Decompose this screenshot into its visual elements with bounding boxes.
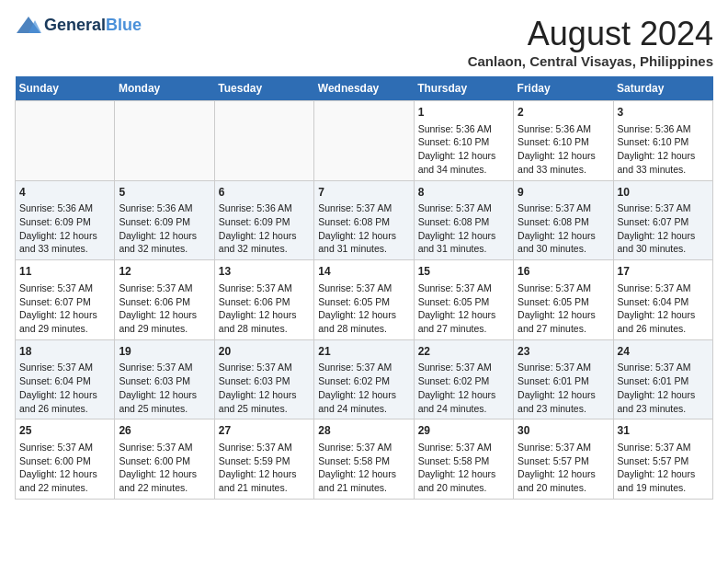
day-info-line: and 22 minutes. [119, 482, 188, 493]
day-number: 16 [518, 264, 609, 280]
day-info-line: and 32 minutes. [119, 243, 188, 254]
day-info-line: Sunset: 5:58 PM [318, 455, 390, 466]
day-info-line: Sunrise: 5:37 AM [219, 282, 292, 293]
day-info-line: Sunset: 5:57 PM [518, 455, 589, 466]
calendar-cell: 7Sunrise: 5:37 AMSunset: 6:08 PMDaylight… [314, 180, 414, 260]
day-info-line: Daylight: 12 hours [318, 389, 396, 400]
day-number: 1 [418, 105, 509, 121]
day-info-line: Daylight: 12 hours [219, 230, 297, 241]
day-info-line: Sunrise: 5:36 AM [418, 123, 492, 134]
day-info-line: Sunset: 6:03 PM [119, 375, 190, 386]
col-header-tuesday: Tuesday [214, 76, 313, 101]
title-area: August 2024 Canlaon, Central Visayas, Ph… [468, 15, 713, 69]
day-info-line: and 19 minutes. [618, 482, 687, 493]
day-info-line: Sunrise: 5:37 AM [518, 442, 591, 453]
day-info-line: Daylight: 12 hours [618, 309, 696, 320]
day-info-line: and 27 minutes. [418, 323, 487, 334]
day-info-line: Sunset: 6:08 PM [518, 216, 589, 227]
day-info-line: and 28 minutes. [219, 323, 288, 334]
calendar-cell: 23Sunrise: 5:37 AMSunset: 6:01 PMDayligh… [514, 339, 613, 419]
day-info-line: Sunrise: 5:37 AM [318, 362, 392, 373]
logo: GeneralBlue [15, 15, 142, 37]
day-info-line: and 33 minutes. [618, 164, 687, 175]
day-info-line: Sunrise: 5:37 AM [518, 282, 591, 293]
calendar-cell: 18Sunrise: 5:37 AMSunset: 6:04 PMDayligh… [16, 339, 115, 419]
calendar-cell [16, 101, 115, 181]
day-info-line: Daylight: 12 hours [518, 468, 596, 479]
calendar-cell: 25Sunrise: 5:37 AMSunset: 6:00 PMDayligh… [16, 419, 115, 500]
day-number: 10 [618, 185, 709, 201]
logo-text: GeneralBlue [44, 17, 142, 35]
day-info-line: Sunrise: 5:37 AM [219, 442, 292, 453]
day-info-line: and 23 minutes. [518, 403, 586, 414]
calendar-cell: 5Sunrise: 5:36 AMSunset: 6:09 PMDaylight… [115, 180, 214, 260]
day-number: 17 [618, 264, 709, 280]
day-info-line: Sunrise: 5:36 AM [19, 202, 93, 213]
day-number: 29 [418, 423, 509, 439]
day-info-line: Sunrise: 5:37 AM [418, 202, 492, 213]
day-info-line: Daylight: 12 hours [318, 468, 396, 479]
calendar-cell: 28Sunrise: 5:37 AMSunset: 5:58 PMDayligh… [314, 419, 414, 500]
day-info-line: and 23 minutes. [618, 403, 687, 414]
calendar-cell: 22Sunrise: 5:37 AMSunset: 6:02 PMDayligh… [414, 339, 513, 419]
day-info-line: Daylight: 12 hours [219, 309, 297, 320]
day-info-line: Sunset: 6:09 PM [219, 216, 290, 227]
day-info-line: Sunrise: 5:36 AM [219, 202, 292, 213]
col-header-saturday: Saturday [613, 76, 712, 101]
day-info-line: Sunrise: 5:37 AM [618, 202, 691, 213]
calendar-week-1: 1Sunrise: 5:36 AMSunset: 6:10 PMDaylight… [16, 101, 713, 181]
day-info-line: and 24 minutes. [418, 403, 487, 414]
calendar-week-2: 4Sunrise: 5:36 AMSunset: 6:09 PMDaylight… [16, 180, 713, 260]
day-info-line: and 21 minutes. [318, 482, 387, 493]
day-info-line: Sunset: 6:06 PM [119, 296, 190, 307]
day-number: 2 [518, 105, 609, 121]
day-info-line: and 20 minutes. [518, 482, 586, 493]
day-info-line: and 34 minutes. [418, 164, 487, 175]
day-info-line: Daylight: 12 hours [318, 230, 396, 241]
calendar-week-4: 18Sunrise: 5:37 AMSunset: 6:04 PMDayligh… [16, 339, 713, 419]
calendar-cell: 24Sunrise: 5:37 AMSunset: 6:01 PMDayligh… [613, 339, 712, 419]
calendar-cell: 20Sunrise: 5:37 AMSunset: 6:03 PMDayligh… [214, 339, 313, 419]
calendar-cell: 15Sunrise: 5:37 AMSunset: 6:05 PMDayligh… [414, 260, 513, 340]
day-info-line: Sunrise: 5:37 AM [119, 282, 192, 293]
day-info-line: Sunrise: 5:37 AM [318, 442, 392, 453]
col-header-friday: Friday [514, 76, 613, 101]
day-info-line: and 28 minutes. [318, 323, 387, 334]
day-number: 11 [19, 264, 110, 280]
calendar-cell: 6Sunrise: 5:36 AMSunset: 6:09 PMDaylight… [214, 180, 313, 260]
day-info-line: Sunrise: 5:36 AM [119, 202, 192, 213]
day-info-line: Sunset: 6:10 PM [518, 136, 589, 147]
day-info-line: Sunrise: 5:37 AM [418, 282, 492, 293]
calendar-cell: 16Sunrise: 5:37 AMSunset: 6:05 PMDayligh… [514, 260, 613, 340]
day-number: 27 [219, 423, 310, 439]
day-info-line: Daylight: 12 hours [518, 230, 596, 241]
day-number: 21 [318, 344, 409, 360]
day-info-line: Sunset: 5:58 PM [418, 455, 490, 466]
day-info-line: Sunset: 5:57 PM [618, 455, 689, 466]
day-info-line: Sunset: 6:07 PM [618, 216, 689, 227]
day-info-line: and 21 minutes. [219, 482, 288, 493]
calendar-week-5: 25Sunrise: 5:37 AMSunset: 6:00 PMDayligh… [16, 419, 713, 500]
day-info-line: Sunset: 6:08 PM [418, 216, 490, 227]
day-info-line: Daylight: 12 hours [618, 389, 696, 400]
day-info-line: Sunrise: 5:37 AM [219, 362, 292, 373]
day-info-line: Sunrise: 5:37 AM [618, 282, 691, 293]
day-info-line: Sunrise: 5:37 AM [19, 282, 93, 293]
day-info-line: and 25 minutes. [119, 403, 188, 414]
day-number: 5 [119, 185, 210, 201]
calendar-cell: 8Sunrise: 5:37 AMSunset: 6:08 PMDaylight… [414, 180, 513, 260]
day-info-line: Sunset: 6:09 PM [119, 216, 190, 227]
day-info-line: Sunrise: 5:37 AM [318, 282, 392, 293]
day-info-line: Sunrise: 5:37 AM [618, 442, 691, 453]
day-info-line: Sunset: 6:01 PM [518, 375, 589, 386]
calendar-cell [214, 101, 313, 181]
calendar-cell: 9Sunrise: 5:37 AMSunset: 6:08 PMDaylight… [514, 180, 613, 260]
day-info-line: Sunset: 5:59 PM [219, 455, 290, 466]
calendar-cell: 30Sunrise: 5:37 AMSunset: 5:57 PMDayligh… [514, 419, 613, 500]
day-number: 22 [418, 344, 509, 360]
day-info-line: and 31 minutes. [318, 243, 387, 254]
day-info-line: Sunrise: 5:37 AM [618, 362, 691, 373]
day-info-line: and 24 minutes. [318, 403, 387, 414]
day-info-line: and 30 minutes. [518, 243, 586, 254]
calendar-cell: 10Sunrise: 5:37 AMSunset: 6:07 PMDayligh… [613, 180, 712, 260]
